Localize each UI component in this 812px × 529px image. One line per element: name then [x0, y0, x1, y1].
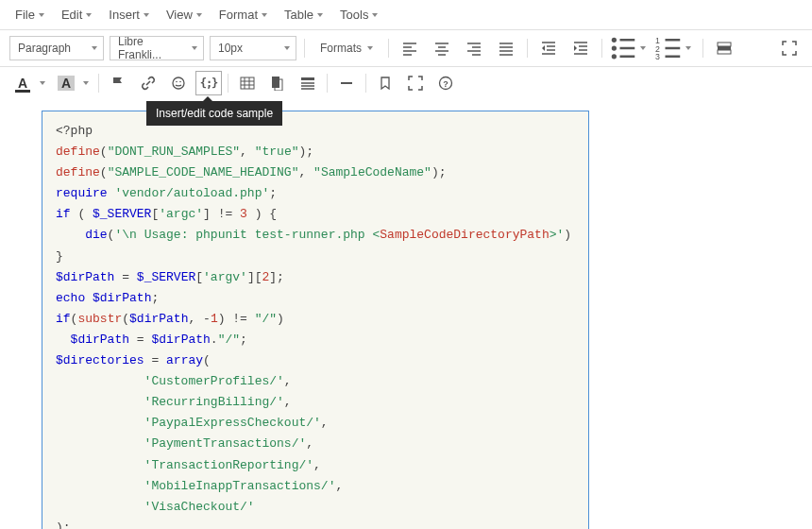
svg-rect-6 [718, 43, 731, 46]
numbered-list-button[interactable]: 123 [655, 36, 695, 60]
separator [304, 39, 305, 58]
block-format-label: Paragraph [18, 42, 71, 55]
caret-down-icon [40, 81, 45, 85]
layout-button[interactable] [295, 71, 321, 95]
expand-icon [408, 76, 423, 91]
caret-down-icon [92, 46, 97, 50]
font-family-select[interactable]: Libre Frankli... [110, 36, 204, 60]
caret-down-icon [192, 46, 197, 50]
bullet-list-button[interactable] [610, 36, 650, 60]
align-justify-icon [499, 41, 514, 56]
code-sample-icon: {;} [200, 77, 218, 90]
svg-point-9 [173, 77, 184, 89]
text-color-icon: A [13, 76, 32, 91]
separator [527, 39, 528, 58]
svg-point-0 [612, 38, 617, 43]
font-family-label: Libre Frankli... [118, 35, 186, 61]
hr-button[interactable] [333, 71, 360, 95]
toolbar-row-1: Paragraph Libre Frankli... 10px Formats … [0, 30, 812, 67]
menu-tools[interactable]: Tools [332, 4, 385, 26]
outdent-button[interactable] [535, 36, 562, 60]
layout-icon [300, 76, 315, 91]
caret-down-icon [196, 13, 202, 17]
separator [365, 74, 366, 93]
font-size-label: 10px [218, 42, 243, 55]
svg-point-10 [176, 81, 178, 83]
indent-button[interactable] [567, 36, 594, 60]
menu-insert[interactable]: Insert [101, 4, 157, 26]
bookmark-icon [378, 76, 393, 91]
background-color-button[interactable]: A [53, 71, 93, 95]
caret-down-icon [685, 46, 691, 50]
align-right-icon [466, 41, 482, 56]
indent-icon [573, 41, 588, 56]
table-button[interactable] [234, 71, 261, 95]
background-color-icon: A [58, 76, 75, 91]
caret-down-icon [86, 13, 92, 17]
caret-down-icon [262, 13, 267, 17]
fullscreen-icon [782, 41, 797, 56]
caret-down-icon [83, 81, 89, 85]
menu-table[interactable]: Table [277, 4, 330, 26]
formats-menu[interactable]: Formats [313, 36, 381, 60]
toolbar-row-2: A A {;} ? Insert/edit code sample [0, 67, 812, 103]
flag-button[interactable] [105, 71, 131, 95]
svg-point-1 [612, 45, 617, 50]
tooltip: Insert/edit code sample [146, 101, 282, 126]
menu-view[interactable]: View [159, 4, 210, 26]
font-size-select[interactable]: 10px [210, 36, 296, 60]
table-icon [240, 76, 255, 91]
help-icon: ? [438, 76, 453, 91]
svg-point-2 [612, 54, 617, 59]
separator [702, 39, 703, 58]
formats-label: Formats [320, 42, 362, 55]
expand-button[interactable] [402, 71, 429, 95]
hr-icon [339, 76, 354, 91]
emoticon-icon [171, 76, 186, 91]
align-justify-button[interactable] [493, 36, 519, 60]
align-center-button[interactable] [429, 36, 455, 60]
menu-edit[interactable]: Edit [54, 4, 99, 26]
svg-rect-15 [301, 77, 314, 80]
align-left-button[interactable] [397, 36, 423, 60]
emoticon-button[interactable] [165, 71, 192, 95]
caret-down-icon [367, 46, 373, 50]
outdent-icon [541, 41, 556, 56]
code-sample-button[interactable]: {;} [195, 71, 222, 95]
fullscreen-button[interactable] [776, 36, 803, 60]
rows-icon [717, 41, 732, 56]
toolbar-row-button[interactable] [711, 36, 737, 60]
block-format-select[interactable]: Paragraph [9, 36, 104, 60]
separator [601, 39, 602, 58]
separator [327, 74, 328, 93]
editor-area[interactable]: <?php define("DONT_RUN_SAMPLES", "true")… [0, 103, 812, 529]
align-right-button[interactable] [461, 36, 487, 60]
svg-rect-13 [272, 77, 279, 88]
help-button[interactable]: ? [432, 71, 459, 95]
link-icon [141, 76, 156, 91]
align-center-icon [434, 41, 449, 56]
caret-down-icon [317, 13, 323, 17]
caret-down-icon [144, 13, 149, 17]
svg-text:?: ? [443, 79, 448, 89]
page-layout-button[interactable] [264, 71, 291, 95]
link-button[interactable] [135, 71, 161, 95]
svg-rect-12 [241, 77, 254, 89]
page-layout-icon [270, 76, 285, 91]
svg-point-11 [179, 81, 181, 83]
bookmark-button[interactable] [372, 71, 398, 95]
separator [388, 39, 389, 58]
align-left-icon [402, 41, 417, 56]
flag-icon [110, 76, 126, 91]
separator [98, 74, 99, 93]
caret-down-icon [39, 13, 44, 17]
caret-down-icon [372, 13, 378, 17]
caret-down-icon [284, 46, 290, 50]
bullet-list-icon [610, 35, 636, 61]
menu-format[interactable]: Format [211, 4, 275, 26]
menu-file[interactable]: File [8, 4, 52, 26]
code-sample-block[interactable]: <?php define("DONT_RUN_SAMPLES", "true")… [42, 111, 589, 529]
text-color-button[interactable]: A [9, 71, 49, 95]
separator [228, 74, 228, 93]
svg-rect-8 [718, 50, 731, 54]
